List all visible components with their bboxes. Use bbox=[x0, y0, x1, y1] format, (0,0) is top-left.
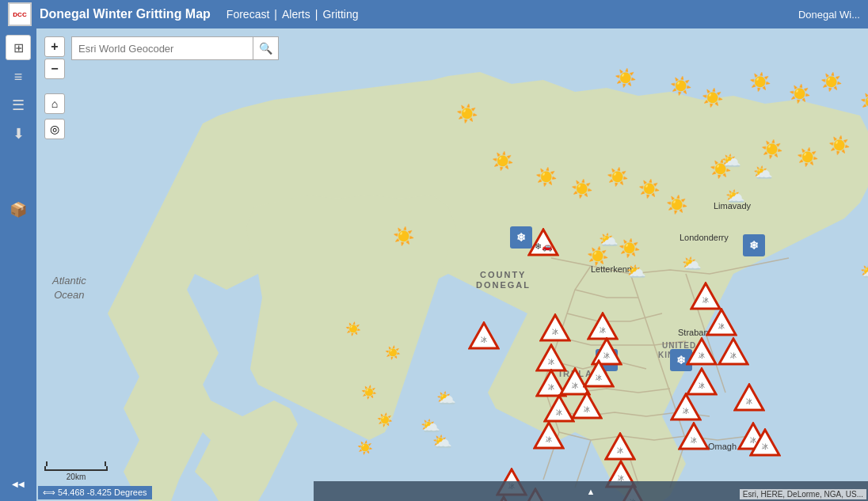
collapse-icon: ◀◀ bbox=[12, 480, 25, 488]
search-icon: 🔍 bbox=[259, 42, 272, 55]
popup-text: ▲ bbox=[587, 487, 596, 496]
nav-sep2: | bbox=[315, 8, 318, 21]
coords-value: 54.468 -8.425 Degrees bbox=[58, 488, 147, 497]
search-input[interactable] bbox=[71, 36, 253, 60]
nav-gritting[interactable]: Gritting bbox=[322, 8, 358, 21]
header-title: Donegal Winter Gritting Map bbox=[40, 7, 211, 21]
search-box: 🔍 bbox=[71, 36, 279, 60]
zoom-out-button[interactable]: − bbox=[44, 59, 65, 79]
scale-bar: 20km bbox=[44, 466, 108, 481]
coordinates-display: ⟺ 54.468 -8.425 Degrees bbox=[38, 486, 152, 499]
header-nav: Forecast | Alerts | Gritting bbox=[227, 8, 359, 21]
header-logo: DCC bbox=[8, 2, 32, 26]
collapse-sidebar-button[interactable]: ◀◀ bbox=[0, 476, 36, 492]
attribution: Esri, HERE, DeLorme, NGA, US... bbox=[740, 489, 866, 499]
scale-label: 20km bbox=[44, 473, 108, 481]
header: DCC Donegal Winter Gritting Map Forecast… bbox=[0, 0, 868, 28]
nav-sep1: | bbox=[274, 8, 277, 21]
home-button[interactable]: ⌂ bbox=[44, 93, 65, 114]
locate-icon: ◎ bbox=[50, 123, 59, 135]
map-controls: + − bbox=[44, 36, 65, 79]
sidebar-layers-icon[interactable]: ≡ bbox=[6, 65, 30, 89]
nav-alerts[interactable]: Alerts bbox=[282, 8, 310, 21]
sidebar-download-icon[interactable]: ⬇ bbox=[6, 122, 30, 146]
scale-line bbox=[44, 466, 108, 471]
sidebar-package-icon[interactable]: 📦 bbox=[6, 198, 30, 222]
locate-button[interactable]: ◎ bbox=[44, 119, 65, 139]
map[interactable]: + − ⌂ ◎ 🔍 Atlantic Ocean COUNTY DONEGAL … bbox=[36, 28, 868, 501]
nav-forecast[interactable]: Forecast bbox=[227, 8, 269, 21]
sidebar: ⊞ ≡ ☰ ⬇ 📦 bbox=[0, 28, 36, 501]
sidebar-list-icon[interactable]: ☰ bbox=[6, 93, 30, 117]
zoom-in-button[interactable]: + bbox=[44, 36, 65, 57]
header-right: Donegal Wi... bbox=[798, 9, 860, 21]
sidebar-grid-btn[interactable]: ⊞ bbox=[6, 35, 31, 60]
coords-icon: ⟺ bbox=[43, 488, 58, 497]
search-button[interactable]: 🔍 bbox=[253, 36, 279, 60]
home-icon: ⌂ bbox=[51, 97, 58, 110]
